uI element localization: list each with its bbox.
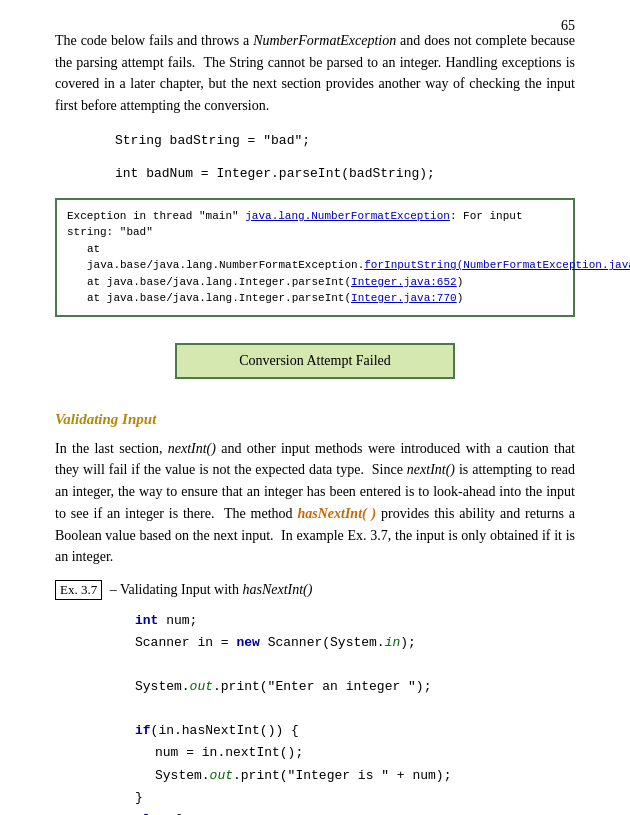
code-line-blank2 (135, 698, 575, 720)
inline-nextint: nextInt() (168, 441, 216, 456)
error-line-3: at java.base/java.lang.Integer.parseInt(… (67, 274, 563, 291)
code-line-blank1 (135, 654, 575, 676)
error-line-2: at java.base/java.lang.NumberFormatExcep… (67, 241, 563, 274)
inline-hasnextint: hasNextInt( ) (297, 506, 376, 521)
error-line-4: at java.base/java.lang.Integer.parseInt(… (67, 290, 563, 307)
code-line-print: System.out.print("Enter an integer "); (135, 676, 575, 698)
code-line-2: int badNum = Integer.parseInt(badString)… (115, 166, 435, 181)
error-link-3[interactable]: Integer.java:652 (351, 276, 457, 288)
code-line-scanner: Scanner in = new Scanner(System.in); (135, 632, 575, 654)
code-line-print-int: System.out.print("Integer is " + num); (135, 765, 575, 787)
code-line-1: String badString = "bad"; (115, 133, 310, 148)
section-heading: Validating Input (55, 411, 575, 428)
code-section: int num; Scanner in = new Scanner(System… (135, 610, 575, 815)
code-line-if: if(in.hasNextInt()) { (135, 720, 575, 742)
error-link-2[interactable]: forInputString(NumberFormatException.jav… (364, 259, 630, 271)
inline-nextint-2: nextInt() (407, 462, 455, 477)
intro-paragraph: The code below fails and throws a Number… (55, 30, 575, 117)
code-line-num-assign: num = in.nextInt(); (135, 742, 575, 764)
error-link-1[interactable]: java.lang.NumberFormatException (245, 210, 450, 222)
conversion-label: Conversion Attempt Failed (175, 343, 455, 379)
error-box: Exception in thread "main" java.lang.Num… (55, 198, 575, 317)
code-line-int: int num; (135, 610, 575, 632)
code-block-2: int badNum = Integer.parseInt(badString)… (115, 164, 575, 184)
example-desc: – Validating Input with hasNextInt() (110, 582, 313, 597)
error-link-4[interactable]: Integer.java:770 (351, 292, 457, 304)
code-block-1: String badString = "bad"; (115, 131, 575, 151)
paragraph-2: In the last section, nextInt() and other… (55, 438, 575, 568)
page-number: 65 (561, 18, 575, 34)
code-line-else: else { (135, 809, 575, 815)
example-label: Ex. 3.7 (55, 580, 102, 600)
code-line-close-if: } (135, 787, 575, 809)
example-line: Ex. 3.7 – Validating Input with hasNextI… (55, 580, 575, 600)
error-line-1: Exception in thread "main" java.lang.Num… (67, 208, 563, 241)
